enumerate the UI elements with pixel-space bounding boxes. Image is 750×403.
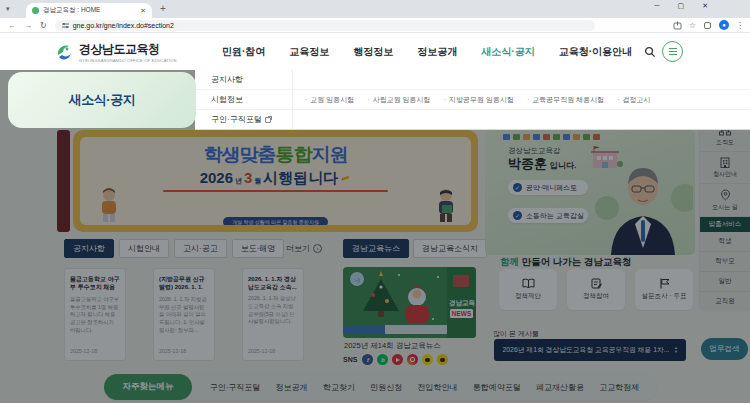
mega-row-notice[interactable]: 공지사항	[195, 70, 750, 90]
tab-search-icon[interactable]: ▾	[6, 5, 10, 13]
popular-post-carousel[interactable]: 2026년 제1회 경상남도교육청 교육공무직원 채용 1차... ▲▼	[494, 339, 686, 361]
news-caption[interactable]: 2025년 제14회 경남교육뉴스	[344, 341, 441, 351]
reload-button[interactable]: ↻	[40, 21, 47, 30]
sub-teacher-exam[interactable]: 교원 임용시험	[305, 95, 354, 105]
facebook-icon[interactable]: f	[362, 354, 373, 365]
youtube-icon[interactable]	[392, 354, 403, 365]
site-favicon-icon	[32, 7, 39, 14]
sub-local-official-exam[interactable]: 지방공무원 임용시험	[444, 95, 514, 105]
student-character-right	[433, 187, 459, 223]
survey-vote-button[interactable]: 설문조사 · 투표	[635, 269, 693, 310]
news-video-thumbnail[interactable]: :-) 경남교육 NEWS	[343, 267, 476, 338]
site-info-icon[interactable]	[62, 22, 69, 29]
nav-disclosure[interactable]: 정보공개	[417, 45, 457, 59]
quick-reservation-portal[interactable]: 통합예약포털	[473, 382, 521, 393]
tab-exam-guide[interactable]: 시험안내	[119, 239, 169, 258]
notice-card[interactable]: (지방공무원 신규발령) 2026. 1. 1.자... 2026. 1. 1.…	[153, 268, 215, 361]
nav-education-info[interactable]: 교육정보	[289, 45, 329, 59]
rail-student[interactable]: 학생	[700, 232, 750, 252]
tab-close-icon[interactable]: ✕	[140, 7, 146, 15]
quick-school-search[interactable]: 학교찾기	[323, 382, 355, 393]
notice-title: 물금고등학교 야구부 투수코치 채용 공고 안내	[70, 275, 120, 292]
news-tabs: 경남교육뉴스 경남교육소식지	[343, 239, 487, 258]
rail-building-guide[interactable]: 청사안내	[700, 152, 750, 184]
url-field[interactable]: gne.go.kr/gne/index.do#section2	[55, 20, 595, 31]
share-icon[interactable]	[673, 21, 682, 30]
sns-row: SNS f b	[343, 354, 448, 365]
policy-participation-button[interactable]: 정책참여	[567, 269, 625, 310]
naver-blog-icon[interactable]: b	[377, 354, 388, 365]
mega-row-exam-info[interactable]: 시험정보 교원 임용시험 사립교원 임용시험 지방공무원 임용시험 교육공무직원…	[195, 90, 750, 110]
quick-civil-service[interactable]: 민원신청	[370, 382, 402, 393]
url-text[interactable]: gne.go.kr/gne/index.do#section2	[73, 22, 174, 29]
notice-card[interactable]: 2026. 1. 1.자 경상남도교육감 소속... 2026. 1. 1.자 …	[242, 268, 304, 361]
banner-title: 학생맞춤통합지원	[80, 142, 471, 168]
business-search-button[interactable]: 업무검색	[701, 338, 748, 360]
extensions-icon[interactable]	[703, 21, 712, 30]
site-logo[interactable]: 경상남도교육청 GYEONGSANGNAMDO OFFICE OF EDUCAT…	[55, 41, 177, 63]
search-icon[interactable]	[644, 46, 656, 58]
kakao-talk-icon[interactable]	[422, 354, 433, 365]
nav-minwon[interactable]: 민원·참여	[222, 45, 265, 59]
check-icon: ✓	[513, 183, 522, 192]
tab-official-notice[interactable]: 고시·공고	[174, 239, 227, 258]
rail-staff[interactable]: 교직원	[700, 292, 750, 311]
notice-body: 2026. 1. 1.자 지방공무원 신규 발령사항을 아래와 같이 알려드립니…	[159, 296, 209, 334]
superintendent-name-suffix: 입니다.	[550, 160, 576, 171]
sub-edu-staff-exam[interactable]: 교육공무직원 채용시험	[527, 95, 604, 105]
sns-label: SNS	[343, 356, 357, 363]
nav-admin-info[interactable]: 행정정보	[353, 45, 393, 59]
window-close-button[interactable]: ✕	[702, 2, 708, 10]
hamburger-menu-button[interactable]	[662, 41, 683, 62]
quick-job-portal[interactable]: 구인·구직포털	[210, 382, 261, 393]
quick-info-disclosure[interactable]: 정보공개	[276, 382, 308, 393]
tab-press[interactable]: 보도·해명	[232, 239, 285, 258]
nav-office-guide[interactable]: 교육청·이용안내	[559, 45, 632, 59]
location-pin-icon	[720, 189, 731, 201]
rail-parent[interactable]: 학부모	[700, 252, 750, 272]
carousel-spinner-icon[interactable]: ▲▼	[674, 346, 678, 354]
profile-avatar[interactable]: ●	[719, 20, 729, 30]
notice-body: 2026. 1. 1.자 경상남도교육감 소속 지방공무원(5급 이상) 인사발…	[248, 295, 298, 326]
sub-private-teacher-exam[interactable]: 사립교원 임용시험	[367, 95, 430, 105]
banner-pill: 개별 학생 상황에 따른 맞춤형 통합지원	[223, 217, 328, 225]
quick-credit-system[interactable]: 고교학점제	[599, 382, 639, 393]
policy-proposal-button[interactable]: 정책제안	[499, 269, 557, 310]
sub-ged-exam[interactable]: 검정고시	[617, 95, 650, 105]
browser-tab[interactable]: 경남교육청 : HOME ✕	[26, 3, 152, 18]
tab-notice[interactable]: 공지사항	[64, 239, 114, 258]
check-icon: ✓	[513, 211, 522, 220]
bookmark-star-icon[interactable]: ☆	[689, 21, 696, 30]
communication-office-button[interactable]: ✓ 소통하는 교육감실	[508, 208, 588, 223]
superintendent-panel[interactable]: 경상남도교육감 박종훈 입니다. ✓ 공약·매니페스토 ✓ 소통하는 교육감실	[485, 130, 695, 255]
participation-cards: 정책제안 정책참여 설문조사 · 투표	[499, 269, 693, 310]
student-character-left	[96, 187, 122, 223]
instagram-icon[interactable]	[407, 354, 418, 365]
browser-menu-icon[interactable]: ⋮	[736, 21, 744, 30]
window-maximize-button[interactable]: ▢	[678, 2, 685, 10]
board-more-link[interactable]: 더보기›	[286, 243, 322, 254]
external-link-icon	[265, 117, 271, 123]
quick-closed-school-assets[interactable]: 폐교재산활용	[536, 382, 584, 393]
frequent-menu-title[interactable]: 자주찾는메뉴	[104, 374, 192, 400]
quick-transfer-guide[interactable]: 전입학안내	[417, 382, 457, 393]
nav-news-notice[interactable]: 새소식·공지	[481, 45, 534, 59]
hero-banner[interactable]: 학생맞춤통합지원 2026년 3월 시행됩니다 개별 학생 상황에 따른 맞춤형…	[73, 130, 478, 232]
tab-gne-news[interactable]: 경남교육뉴스	[343, 239, 409, 258]
frequent-menu-bar: 자주찾는메뉴 구인·구직포털 정보공개 학교찾기 민원신청 전입학안내 통합예약…	[104, 374, 657, 400]
forward-button[interactable]: →	[24, 21, 32, 30]
back-button[interactable]: ←	[8, 21, 16, 30]
kakao-channel-icon[interactable]	[437, 354, 448, 365]
rail-general[interactable]: 일반	[700, 272, 750, 292]
tab-gne-newsletter[interactable]: 경남교육소식지	[413, 239, 487, 258]
window-minimize-button[interactable]: ─	[655, 2, 660, 10]
notice-card-list: 물금고등학교 야구부 투수코치 채용 공고 안내 물금고등학교 야구부 투수코치…	[64, 268, 306, 361]
notice-card[interactable]: 물금고등학교 야구부 투수코치 채용 공고 안내 물금고등학교 야구부 투수코치…	[64, 268, 126, 361]
popular-posts-label: 많이 본 게시물	[493, 329, 539, 339]
browser-window: ▾ 경남교육청 : HOME ✕ + ─ ▢ ✕ ← → ↻ gne.go.kr…	[0, 0, 750, 403]
mega-row-job-portal[interactable]: 구인·구직포털	[195, 110, 750, 130]
pledge-manifesto-button[interactable]: ✓ 공약·매니페스토	[508, 180, 588, 195]
rail-directions[interactable]: 오시는 길	[700, 184, 750, 217]
site-header: 경상남도교육청 GYEONGSANGNAMDO OFFICE OF EDUCAT…	[0, 33, 750, 70]
new-tab-button[interactable]: +	[160, 4, 166, 14]
